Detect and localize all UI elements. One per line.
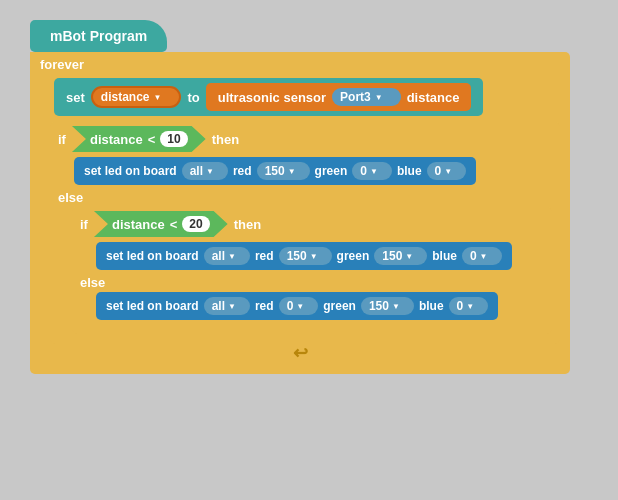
forever-bottom: ↩ <box>30 344 570 368</box>
red-val-3[interactable]: 0 ▼ <box>279 297 319 315</box>
else1-label-row: else <box>50 188 560 205</box>
distance-var-dropdown[interactable]: distance ▼ <box>91 86 182 108</box>
green-val-1[interactable]: 0 ▼ <box>352 162 392 180</box>
red-val-2[interactable]: 150 ▼ <box>279 247 332 265</box>
if2-bottom <box>72 324 552 334</box>
if2-value[interactable]: 20 <box>182 216 209 232</box>
if2-container: if distance < 20 then <box>50 205 560 334</box>
set-distance-block: set distance ▼ to ultrasonic sensor Port… <box>54 78 483 116</box>
to-text: to <box>187 90 199 105</box>
if2-block: if distance < 20 then <box>72 207 552 334</box>
return-arrow: ↩ <box>293 342 308 364</box>
if2-if-text: if <box>80 217 88 232</box>
if1-block: if distance < 10 then <box>50 122 560 344</box>
else1-label: else <box>58 190 83 205</box>
else2-label: else <box>80 275 105 290</box>
hat-label: mBot Program <box>50 28 147 44</box>
set-row: set distance ▼ to ultrasonic sensor Port… <box>30 75 570 119</box>
port3-dropdown[interactable]: Port3 ▼ <box>332 88 401 106</box>
forever-label-row: forever <box>30 52 570 75</box>
else2-label-row: else <box>72 273 552 290</box>
blue-val-1[interactable]: 0 ▼ <box>427 162 467 180</box>
if1-value[interactable]: 10 <box>160 131 187 147</box>
if2-condition: distance < 20 <box>94 211 228 237</box>
all-dropdown-3[interactable]: all ▼ <box>204 297 250 315</box>
program-area: mBot Program forever set distance <box>30 20 570 374</box>
forever-label: forever <box>40 57 84 72</box>
all-dropdown-2[interactable]: all ▼ <box>204 247 250 265</box>
if1-then-text: then <box>212 132 239 147</box>
all-dropdown-1[interactable]: all ▼ <box>182 162 228 180</box>
red-val-1[interactable]: 150 ▼ <box>257 162 310 180</box>
blue-val-3[interactable]: 0 ▼ <box>449 297 489 315</box>
if1-container: if distance < 10 then <box>30 119 570 344</box>
green-val-3[interactable]: 150 ▼ <box>361 297 414 315</box>
led-block-1: set led on board all ▼ red 150 ▼ <box>74 157 476 185</box>
if2-body: set led on board all ▼ red 150 <box>72 240 552 273</box>
else2-body: set led on board all ▼ red 0 <box>72 290 552 324</box>
if2-then-text: then <box>234 217 261 232</box>
if1-row: if distance < 10 then <box>50 122 560 155</box>
program-container: mBot Program forever set distance <box>30 20 570 374</box>
led-block-3: set led on board all ▼ red 0 <box>96 292 498 320</box>
ultrasonic-block: ultrasonic sensor Port3 ▼ distance <box>206 83 472 111</box>
forever-block: forever set distance ▼ to ultras <box>30 52 570 374</box>
workspace: mBot Program forever set distance <box>0 0 618 500</box>
if1-if-text: if <box>58 132 66 147</box>
if1-condition: distance < 10 <box>72 126 206 152</box>
set-text: set <box>66 90 85 105</box>
green-val-2[interactable]: 150 ▼ <box>374 247 427 265</box>
led-block-2: set led on board all ▼ red 150 <box>96 242 512 270</box>
blue-val-2[interactable]: 0 ▼ <box>462 247 502 265</box>
if2-row: if distance < 20 then <box>72 207 552 240</box>
hat-block: mBot Program <box>30 20 167 52</box>
if1-body: set led on board all ▼ red 150 ▼ <box>50 155 560 188</box>
